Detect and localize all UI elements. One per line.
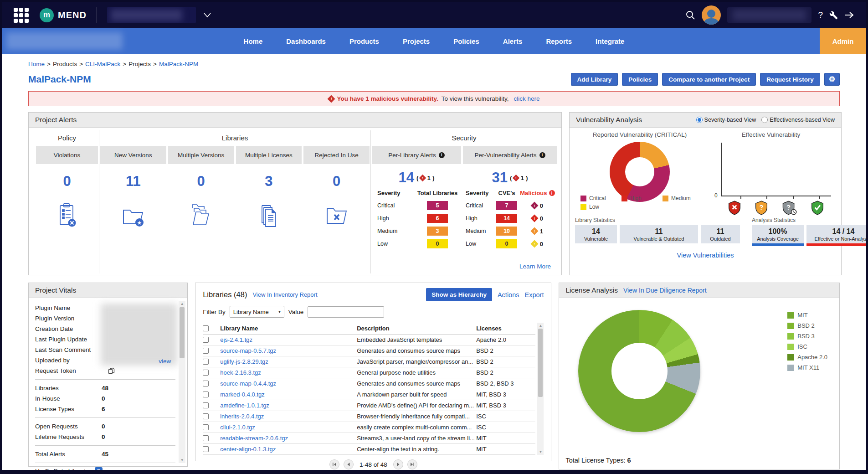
breadcrumb-item[interactable]: MalPack-NPM (159, 61, 198, 67)
show-as-hierarchy-button[interactable]: Show as Hierarchy (426, 288, 492, 301)
nav-tab[interactable]: Products (349, 37, 379, 45)
vitals-label: Creation Date (35, 325, 102, 332)
row-checkbox[interactable] (203, 446, 209, 452)
row-checkbox[interactable] (203, 348, 209, 354)
library-name-header[interactable]: Library Name (220, 325, 357, 332)
nav-tab[interactable]: Reports (546, 37, 572, 45)
view-link[interactable]: view (159, 358, 171, 365)
malicious-count: 1 (540, 228, 543, 235)
row-checkbox[interactable] (203, 337, 209, 343)
page-action-button[interactable]: Add Library (571, 73, 618, 86)
shield-question-pending-gray-icon: ? (782, 201, 797, 215)
breadcrumb-item[interactable]: CLI-MalPack (85, 61, 120, 67)
view-in-inventory-report-link[interactable]: View In Inventory Report (252, 291, 317, 298)
radio-selected-icon[interactable] (696, 117, 703, 123)
row-checkbox[interactable] (203, 370, 209, 376)
library-name-link[interactable]: source-map-0.5.7.tgz (220, 347, 276, 354)
nav-tab[interactable]: Dashboards (286, 37, 326, 45)
select-all-checkbox[interactable] (203, 325, 209, 331)
org-selector[interactable] (107, 7, 196, 23)
actions-link[interactable]: Actions (498, 291, 519, 299)
library-name-link[interactable]: marked-0.4.0.tgz (220, 391, 265, 398)
breadcrumb-item[interactable]: Home (28, 61, 45, 67)
breadcrumb-item[interactable]: Products (53, 61, 77, 67)
nav-tab-admin[interactable]: Admin (820, 28, 866, 54)
library-name-link[interactable]: cliui-2.1.0.tgz (220, 424, 255, 431)
help-icon[interactable]: ? (818, 10, 823, 20)
nav-tab[interactable]: Projects (403, 37, 430, 45)
scroll-down-icon[interactable]: ▼ (539, 449, 542, 455)
vitals-label: Plugin Version (35, 315, 102, 322)
folder-x-icon (303, 193, 370, 237)
scrollbar-thumb[interactable] (538, 329, 543, 397)
nav-tab[interactable]: Home (244, 37, 263, 45)
library-name-link[interactable]: uglify-js-2.8.29.tgz (220, 358, 268, 365)
severity-col-header: Severity (377, 190, 416, 196)
row-checkbox[interactable] (203, 381, 209, 386)
library-name-link[interactable]: inherits-2.0.4.tgz (220, 413, 264, 420)
row-checkbox[interactable] (203, 424, 209, 430)
logout-arrow-icon[interactable] (844, 11, 854, 19)
apps-grid-icon[interactable] (14, 8, 29, 23)
avatar[interactable] (702, 5, 721, 25)
table-row: amdefine-1.0.1.tgz Provide AMD's define(… (203, 400, 535, 411)
username[interactable] (727, 7, 812, 23)
first-page-button[interactable] (329, 459, 339, 469)
learn-more-link[interactable]: Learn More (519, 263, 551, 270)
radio-unselected-icon[interactable] (761, 117, 768, 123)
nav-tab[interactable]: Policies (453, 37, 479, 45)
export-link[interactable]: Export (525, 291, 544, 299)
library-name-link[interactable]: amdefine-1.0.1.tgz (220, 402, 269, 409)
legend-item: BSD 3 (787, 333, 827, 340)
view-vulnerabilities-link[interactable]: View Vulnerabilities (574, 252, 837, 259)
nav-tab[interactable]: Integrate (596, 37, 624, 45)
filter-value-input[interactable] (308, 306, 384, 318)
copy-icon[interactable] (108, 367, 115, 374)
analysis-statistics-title: Analysis Statistics (752, 217, 868, 223)
settings-gear-button[interactable]: ⚙ (824, 73, 840, 86)
info-icon[interactable] (439, 152, 445, 158)
view-in-due-diligence-report-link[interactable]: View In Due Diligence Report (623, 287, 707, 294)
severity-based-view-radio[interactable]: Severity-based View (696, 117, 756, 123)
search-icon[interactable] (685, 10, 695, 20)
licenses-header[interactable]: Licenses (476, 325, 535, 332)
legend-label: Medium (671, 195, 691, 201)
library-name-link[interactable]: source-map-0.4.4.tgz (220, 380, 276, 387)
info-icon[interactable] (549, 190, 555, 196)
library-name-link[interactable]: ejs-2.4.1.tgz (220, 336, 252, 343)
nav-tab[interactable]: Alerts (503, 37, 523, 45)
scroll-down-icon[interactable]: ▼ (180, 457, 184, 463)
banner-click-here-link[interactable]: click here (514, 95, 539, 102)
info-icon[interactable] (539, 152, 545, 158)
next-page-button[interactable] (393, 459, 403, 469)
previous-page-button[interactable] (344, 459, 354, 469)
filter-type-select[interactable]: Library Name ▾ (230, 306, 284, 318)
total-alerts-count: 45 (102, 451, 108, 458)
row-checkbox[interactable] (203, 359, 209, 365)
page-action-button[interactable]: Policies (622, 73, 658, 86)
page-action-button[interactable]: Compare to another Project (662, 73, 756, 86)
last-page-button[interactable] (407, 459, 417, 469)
scroll-up-icon[interactable]: ▲ (539, 323, 542, 329)
row-checkbox[interactable] (203, 435, 209, 441)
page-action-button[interactable]: Request History (760, 73, 820, 86)
table-row: marked-0.4.0.tgz A markdown parser built… (203, 389, 535, 400)
vitals-scrollbar[interactable]: ▲ ▼ (179, 301, 185, 463)
mend-logo[interactable]: m MEND (40, 8, 87, 22)
row-checkbox[interactable] (203, 392, 209, 397)
chevron-down-icon[interactable] (203, 12, 211, 18)
library-name-link[interactable]: readable-stream-2.0.6.tgz (220, 435, 288, 442)
scroll-up-icon[interactable]: ▲ (180, 301, 184, 307)
table-scrollbar[interactable]: ▲ ▼ (537, 323, 544, 455)
row-checkbox[interactable] (203, 402, 209, 408)
breadcrumb-item[interactable]: Projects (128, 61, 151, 67)
row-checkbox[interactable] (203, 413, 209, 419)
library-name-link[interactable]: center-align-0.1.3.tgz (220, 446, 276, 453)
effectiveness-based-view-radio[interactable]: Effectiveness-based View (761, 117, 835, 123)
scrollbar-thumb[interactable] (180, 307, 185, 358)
description-header[interactable]: Description (357, 325, 476, 332)
library-name-link[interactable]: hoek-2.16.3.tgz (220, 369, 261, 376)
malicious-vulnerability-banner: You have 1 malicious vulnerability. To v… (28, 91, 840, 106)
question-badge-icon[interactable]: ? (95, 467, 103, 474)
wrench-icon[interactable] (829, 11, 838, 20)
